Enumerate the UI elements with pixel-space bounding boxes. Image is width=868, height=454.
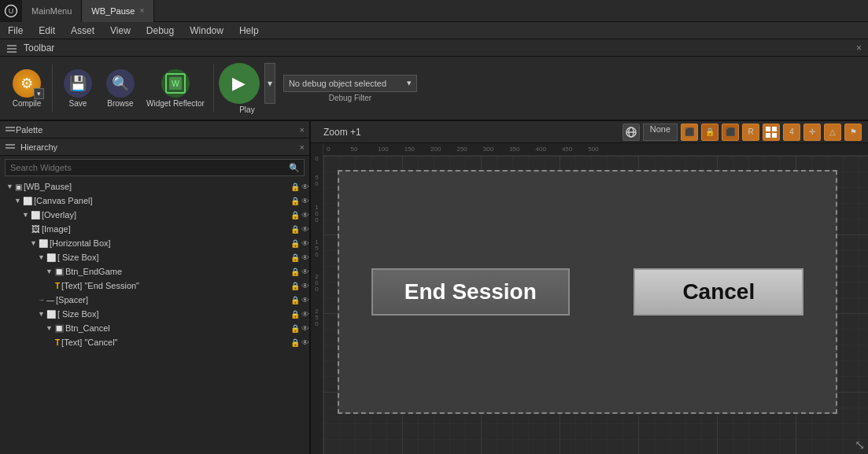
lock-icon-3: 🔒 xyxy=(290,225,300,234)
browse-label: Browse xyxy=(107,99,133,108)
toolbar-close-btn[interactable]: × xyxy=(856,42,862,54)
tree-arrow-sizebox2: ▼ xyxy=(38,310,45,318)
compile-button[interactable]: ⚙ ▾ Compile xyxy=(6,61,47,115)
tree-arrow-spacer: → xyxy=(38,296,45,304)
play-dropdown-btn[interactable]: ▾ xyxy=(264,63,275,104)
debug-object-label: No debug object selected xyxy=(289,79,386,88)
ue-logo: U xyxy=(0,0,22,22)
resize-handle[interactable]: ⤡ xyxy=(855,437,865,452)
ruler-h-350: 350 xyxy=(509,146,519,153)
tree-icon-textendsession: T xyxy=(55,282,60,290)
menu-asset[interactable]: Asset xyxy=(63,22,102,39)
canvas-area: Zoom +1 None ⬛ 🔒 ⬛ R 4 ✛ △ ⚑ 0 5 xyxy=(311,121,868,454)
toolbar-body: ⚙ ▾ Compile 💾 Save 🔍 Browse W Widget Ref… xyxy=(0,57,868,120)
ruler-h-500: 500 xyxy=(588,146,598,153)
play-button[interactable]: ▶ xyxy=(219,63,260,104)
lock-icon-5: 🔒 xyxy=(290,253,300,262)
menu-help[interactable]: Help xyxy=(231,22,267,39)
hierarchy-close-btn[interactable]: × xyxy=(300,142,305,152)
eye-icon-8: 👁 xyxy=(301,296,309,305)
debug-object-dropdown[interactable]: No debug object selected ▾ xyxy=(283,75,417,92)
zoom-label: Zoom +1 xyxy=(317,127,368,138)
tree-arrow-sizebox1: ▼ xyxy=(38,253,45,261)
tree-arrow-overlay: ▼ xyxy=(22,211,29,219)
tab-close-icon[interactable]: × xyxy=(139,6,144,15)
ruler-v-100: 100 xyxy=(315,205,318,223)
tab-mainmenu-label: MainMenu xyxy=(31,6,72,16)
lock-icon-7: 🔒 xyxy=(290,282,300,290)
tree-label-image: [Image] xyxy=(42,224,71,234)
ruler-h-150: 150 xyxy=(404,146,415,153)
rect-tool-r[interactable]: R xyxy=(742,124,759,141)
lock-icon-10: 🔒 xyxy=(290,324,300,333)
ruler-horizontal: 0 50 100 150 200 250 300 350 400 450 500 xyxy=(323,143,868,156)
ruler-h-450: 450 xyxy=(562,146,572,153)
cancel-btn[interactable]: Cancel xyxy=(633,268,803,316)
svg-rect-16 xyxy=(772,127,777,131)
num4-btn[interactable]: 4 xyxy=(783,124,800,141)
tree-arrow-btncancel: ▼ xyxy=(46,324,53,332)
widget-reflector-button[interactable]: W Widget Reflector xyxy=(142,61,209,115)
tree-item-btn-cancel[interactable]: ▼ 🔲 Btn_Cancel 🔒 👁 xyxy=(0,321,309,335)
rect-tool-1[interactable]: ⬛ xyxy=(681,124,698,141)
lock-icon-9: 🔒 xyxy=(290,310,300,319)
menu-file[interactable]: File xyxy=(0,22,31,39)
tree-item-wb-pause[interactable]: ▼ ▣ [WB_Pause] 🔒 👁 xyxy=(0,179,309,194)
save-button[interactable]: 💾 Save xyxy=(57,61,98,115)
svg-rect-15 xyxy=(766,127,770,131)
eye-icon-4: 👁 xyxy=(301,239,309,248)
menu-edit[interactable]: Edit xyxy=(31,22,63,39)
tree-arrow-wb-pause: ▼ xyxy=(6,183,13,190)
tree-icon-hbox: ⬜ xyxy=(39,239,48,248)
toolbar-sep-2 xyxy=(213,65,214,112)
tree-item-sizebox1[interactable]: ▼ ⬜ [ Size Box] 🔒 👁 xyxy=(0,250,309,264)
lock-icon-11: 🔒 xyxy=(290,338,300,347)
tree-arrow-canvas: ▼ xyxy=(14,197,21,205)
lock-icon-2: 🔒 xyxy=(290,211,300,220)
canvas-scroll[interactable]: End Session Cancel ⤡ xyxy=(323,156,868,454)
rect-tool-3[interactable]: ⬛ xyxy=(722,124,739,141)
tree-item-text-endsession[interactable]: T [Text] "End Session" 🔒 👁 xyxy=(0,279,309,293)
search-icon: 🔍 xyxy=(289,163,300,173)
title-bar: U MainMenu WB_Pause × xyxy=(0,0,868,22)
ruler-v-200: 200 xyxy=(315,274,318,293)
flag-btn[interactable]: ⚑ xyxy=(844,124,862,141)
hierarchy-panel-header: Hierarchy × xyxy=(0,138,309,156)
menu-debug[interactable]: Debug xyxy=(139,22,182,39)
eye-icon-6: 👁 xyxy=(301,268,309,276)
triangle-btn[interactable]: △ xyxy=(824,124,841,141)
tree-item-spacer[interactable]: → — [Spacer] 🔒 👁 xyxy=(0,293,309,307)
rect-tool-2[interactable]: 🔒 xyxy=(701,124,718,141)
none-button[interactable]: None xyxy=(643,124,678,141)
browse-icon: 🔍 xyxy=(106,69,135,98)
tree-label-textcancel: [Text] "Cancel" xyxy=(61,338,117,347)
search-input[interactable] xyxy=(5,159,305,176)
tree-item-overlay[interactable]: ▼ ⬜ [Overlay] 🔒 👁 xyxy=(0,208,309,222)
ruler-v-0: 0 xyxy=(315,156,318,162)
debug-filter-label: Debug Filter xyxy=(329,94,371,102)
ruler-h-200: 200 xyxy=(430,146,441,153)
ruler-vertical: 0 50 100 150 200 250 xyxy=(311,143,323,454)
ruler-v-250: 250 xyxy=(315,308,318,327)
end-session-btn[interactable]: End Session xyxy=(371,268,570,316)
hierarchy-tree: ▼ ▣ [WB_Pause] 🔒 👁 ▼ ⬜ [Canvas Panel] 🔒 … xyxy=(0,179,309,454)
grid-btn[interactable] xyxy=(763,124,780,141)
browse-button[interactable]: 🔍 Browse xyxy=(100,61,141,115)
menu-window[interactable]: Window xyxy=(182,22,231,39)
tab-bar: MainMenu WB_Pause × xyxy=(22,0,154,22)
globe-btn[interactable] xyxy=(622,124,640,141)
eye-icon-3: 👁 xyxy=(301,225,309,234)
menu-view[interactable]: View xyxy=(102,22,139,39)
tree-item-text-cancel[interactable]: T [Text] "Cancel" 🔒 👁 xyxy=(0,335,309,349)
tree-item-btn-endgame[interactable]: ▼ 🔲 Btn_EndGame 🔒 👁 xyxy=(0,264,309,279)
tree-item-sizebox2[interactable]: ▼ ⬜ [ Size Box] 🔒 👁 xyxy=(0,307,309,321)
palette-close-btn[interactable]: × xyxy=(300,125,305,135)
debug-filter-wrap: No debug object selected ▾ Debug Filter xyxy=(283,75,417,102)
tab-wb-pause[interactable]: WB_Pause × xyxy=(82,0,154,22)
plus-btn[interactable]: ✛ xyxy=(803,124,821,141)
tab-mainmenu[interactable]: MainMenu xyxy=(22,0,82,22)
ruler-v-150: 150 xyxy=(315,239,318,258)
tree-item-canvas-panel[interactable]: ▼ ⬜ [Canvas Panel] 🔒 👁 xyxy=(0,194,309,208)
tree-item-image[interactable]: 🖼 [Image] 🔒 👁 xyxy=(0,222,309,236)
tree-item-hbox[interactable]: ▼ ⬜ [Horizontal Box] 🔒 👁 xyxy=(0,236,309,250)
